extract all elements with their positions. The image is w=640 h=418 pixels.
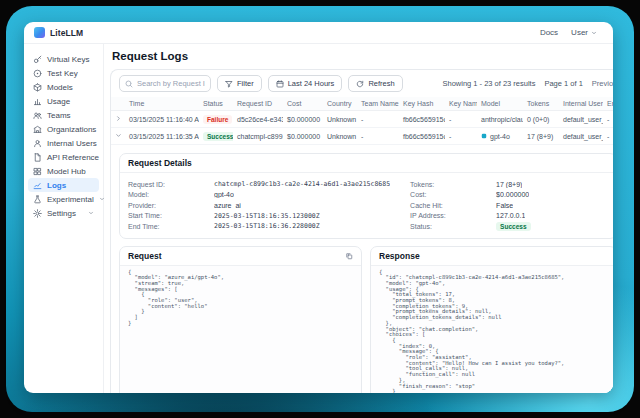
docs-link[interactable]: Docs xyxy=(540,28,558,37)
table-row[interactable]: 03/15/2025 11:16:40 AM Failure d5c26ce4-… xyxy=(111,111,613,128)
detail-label: Cache Hit: xyxy=(410,202,496,209)
page-indicator: Page 1 of 1 xyxy=(544,79,582,88)
logs-card: Filter Last 24 Hours Refresh Showing 1 -… xyxy=(110,69,613,393)
col-model: Model xyxy=(477,97,523,111)
response-json: { "id": "chatcmpl-c899c1b3-ca2e-4214-a6d… xyxy=(379,270,608,394)
detail-cache-hit: False xyxy=(496,202,513,209)
sidebar-item-internal-users[interactable]: Internal Users xyxy=(28,136,99,150)
col-key-name: Key Name xyxy=(445,97,477,111)
model-provider-icon xyxy=(481,133,487,139)
cell-team-name: - xyxy=(357,111,399,128)
chevron-down-icon xyxy=(591,30,597,36)
cell-key-hash: fb66c565915c6... xyxy=(399,111,445,128)
sidebar-item-model-hub[interactable]: Model Hub xyxy=(28,164,99,178)
sidebar-item-label: Teams xyxy=(47,111,71,120)
col-end-user: End User xyxy=(603,97,613,111)
col-time: Time xyxy=(125,97,199,111)
main-content: Request Logs Filter Last 24 Hours xyxy=(104,44,613,393)
expand-row-button[interactable] xyxy=(111,111,125,128)
collapse-row-button[interactable] xyxy=(111,128,125,145)
app-window: LiteLLM Docs User Virtual Keys Test Key … xyxy=(24,22,613,393)
detail-cost: $0.000000 xyxy=(496,191,529,198)
sidebar-item-label: Settings xyxy=(47,209,76,218)
search-input[interactable] xyxy=(137,79,205,88)
search-box[interactable] xyxy=(119,75,211,92)
cell-status: Success xyxy=(199,128,233,145)
sidebar-item-label: Logs xyxy=(47,181,66,190)
detail-label: Request ID: xyxy=(128,181,214,188)
sidebar-item-models[interactable]: Models xyxy=(28,80,99,94)
litellm-logo-icon xyxy=(34,27,45,38)
sidebar-item-logs[interactable]: Logs xyxy=(28,178,99,192)
cell-key-name: - xyxy=(445,111,477,128)
cell-end-user: - xyxy=(603,111,613,128)
request-details-card: Request Details Request ID:chatcmpl-c899… xyxy=(119,153,613,239)
col-team-name: Team Name xyxy=(357,97,399,111)
sidebar-item-label: Organizations xyxy=(47,125,96,134)
sidebar-item-usage[interactable]: Usage xyxy=(28,94,99,108)
col-status: Status xyxy=(199,97,233,111)
detail-ip-address: 127.0.0.1 xyxy=(496,212,525,219)
cell-end-user: - xyxy=(603,128,613,145)
sidebar-item-experimental[interactable]: Experimental xyxy=(28,192,99,206)
detail-provider: azure_ai xyxy=(214,202,241,209)
detail-label: Provider: xyxy=(128,202,214,209)
cell-key-name: - xyxy=(445,128,477,145)
copy-icon[interactable] xyxy=(345,252,353,260)
sidebar-item-api-reference[interactable]: API Reference xyxy=(28,150,99,164)
line-chart-icon xyxy=(33,181,42,190)
refresh-button-label: Refresh xyxy=(368,79,394,88)
cell-time: 03/15/2025 11:16:35 AM xyxy=(125,128,199,145)
table-row[interactable]: 03/15/2025 11:16:35 AM Success chatcmpl-… xyxy=(111,128,613,145)
request-panel: Request { "model": "azure_ai/gpt-4o", "s… xyxy=(119,246,362,394)
page-title: Request Logs xyxy=(112,50,613,62)
model-name: gpt-4o xyxy=(490,133,510,140)
refresh-button[interactable]: Refresh xyxy=(348,75,402,92)
filter-button-label: Filter xyxy=(237,79,254,88)
filter-button[interactable]: Filter xyxy=(217,75,262,92)
chevron-down-icon xyxy=(88,210,94,216)
cell-model: gpt-4o xyxy=(477,128,523,145)
cell-team-name: - xyxy=(357,128,399,145)
cell-country: Unknown xyxy=(323,128,357,145)
refresh-icon xyxy=(356,80,364,88)
sidebar-item-label: Virtual Keys xyxy=(47,55,90,64)
sidebar-item-test-key[interactable]: Test Key xyxy=(28,66,99,80)
circle-dot-icon xyxy=(33,69,42,78)
grid-icon xyxy=(33,167,42,176)
cell-time: 03/15/2025 11:16:40 AM xyxy=(125,111,199,128)
detail-label: End Time: xyxy=(128,223,214,230)
cube-icon xyxy=(33,83,42,92)
sidebar-item-label: Test Key xyxy=(47,69,78,78)
sidebar-item-teams[interactable]: Teams xyxy=(28,108,99,122)
user-menu[interactable]: User xyxy=(571,28,597,37)
time-range-button[interactable]: Last 24 Hours xyxy=(268,75,343,92)
app-header: LiteLLM Docs User xyxy=(24,22,613,44)
col-internal-user: Internal User xyxy=(559,97,603,111)
col-cost: Cost xyxy=(283,97,323,111)
cell-cost: $0.000000 xyxy=(283,128,323,145)
cell-request-id: d5c26ce4-e343... xyxy=(233,111,283,128)
detail-end-time: 2025-03-15T18:16:36.228000Z xyxy=(214,222,320,230)
col-key-hash: Key Hash xyxy=(399,97,445,111)
sidebar-item-virtual-keys[interactable]: Virtual Keys xyxy=(28,52,99,66)
col-request-id: Request ID xyxy=(233,97,283,111)
sidebar-item-label: Internal Users xyxy=(47,139,97,148)
response-panel-title: Response xyxy=(379,251,420,261)
chevron-right-icon xyxy=(115,115,122,122)
cell-request-id: chatcmpl-c899... xyxy=(233,128,283,145)
sidebar-item-organizations[interactable]: Organizations xyxy=(28,122,99,136)
detail-label: Start Time: xyxy=(128,212,214,219)
detail-start-time: 2025-03-15T18:16:35.123000Z xyxy=(214,212,320,220)
previous-page-button[interactable]: Previous xyxy=(592,79,613,88)
sidebar-item-settings[interactable]: Settings xyxy=(28,206,99,220)
cell-key-hash: fb66c565915c6... xyxy=(399,128,445,145)
user-icon xyxy=(33,139,42,148)
request-json: { "model": "azure_ai/gpt-4o", "stream": … xyxy=(128,270,353,327)
status-badge: Success xyxy=(203,132,233,141)
brand-title: LiteLLM xyxy=(50,28,83,38)
sidebar-item-label: Usage xyxy=(47,97,70,106)
detail-label: Model: xyxy=(128,191,214,198)
flask-icon xyxy=(33,195,42,204)
sidebar-item-label: Model Hub xyxy=(47,167,86,176)
